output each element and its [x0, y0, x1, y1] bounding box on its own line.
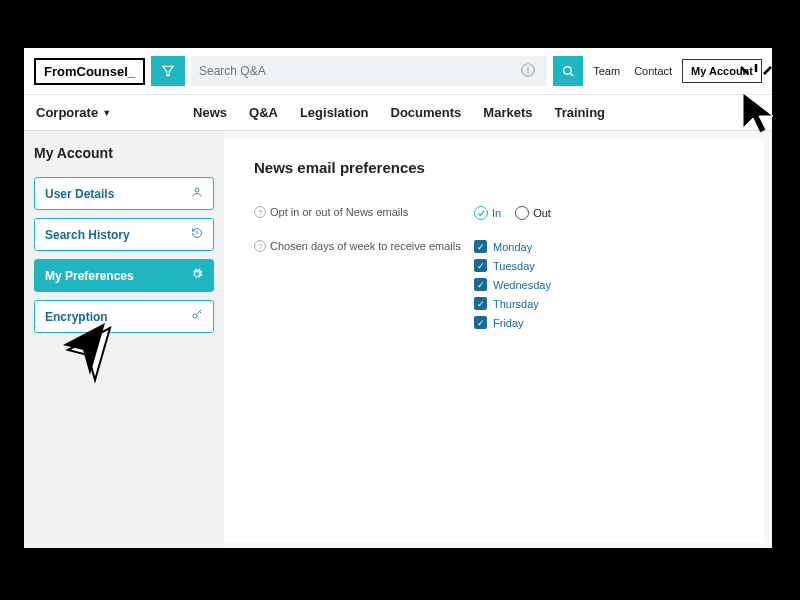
- sidebar-item-user-details[interactable]: User Details: [34, 177, 214, 210]
- svg-point-1: [563, 66, 571, 74]
- nav-bar: Corporate ▼ News Q&A Legislation Documen…: [24, 95, 772, 131]
- day-label: Tuesday: [493, 260, 535, 272]
- sidebar-item-search-history[interactable]: Search History: [34, 218, 214, 251]
- days-label: Chosen days of week to receive emails: [270, 240, 461, 252]
- svg-marker-0: [163, 66, 174, 75]
- svg-line-2: [570, 73, 573, 76]
- opt-in-radio[interactable]: In: [474, 206, 501, 220]
- search-input[interactable]: [199, 64, 517, 78]
- page-title: News email preferences: [254, 159, 734, 176]
- help-icon[interactable]: ?: [254, 240, 266, 252]
- nav-corporate-label: Corporate: [36, 105, 98, 120]
- opt-out-label: Out: [533, 207, 551, 219]
- opt-label: Opt in or out of News emails: [270, 206, 408, 218]
- nav-documents[interactable]: Documents: [391, 105, 462, 120]
- checkbox-checked-icon: ✓: [474, 259, 487, 272]
- day-checkbox-wednesday[interactable]: ✓ Wednesday: [474, 278, 734, 291]
- key-icon: [191, 309, 203, 324]
- person-icon: [191, 186, 203, 201]
- day-label: Friday: [493, 317, 524, 329]
- day-checkbox-thursday[interactable]: ✓ Thursday: [474, 297, 734, 310]
- checkbox-checked-icon: ✓: [474, 240, 487, 253]
- sidebar-title: My Account: [34, 145, 214, 161]
- info-icon[interactable]: ⓘ: [517, 62, 539, 80]
- logo-part2: Counsel_: [77, 64, 136, 79]
- radio-unchecked-icon: [515, 206, 529, 220]
- chevron-down-icon: ▼: [102, 108, 111, 118]
- nav-news[interactable]: News: [193, 105, 227, 120]
- days-row: ? Chosen days of week to receive emails …: [254, 230, 734, 339]
- history-icon: [191, 227, 203, 242]
- opt-out-radio[interactable]: Out: [515, 206, 551, 220]
- filter-icon: [161, 64, 175, 78]
- sidebar-item-label: Encryption: [45, 310, 108, 324]
- sidebar-item-label: User Details: [45, 187, 114, 201]
- search-button[interactable]: [553, 56, 583, 86]
- search-icon: [562, 65, 575, 78]
- sidebar-item-encryption[interactable]: Encryption: [34, 300, 214, 333]
- nav-training[interactable]: Training: [554, 105, 605, 120]
- main-panel: News email preferences ? Opt in or out o…: [224, 139, 764, 543]
- search-container: ⓘ: [191, 56, 547, 86]
- sidebar-item-label: My Preferences: [45, 269, 134, 283]
- checkbox-checked-icon: ✓: [474, 297, 487, 310]
- checkbox-checked-icon: ✓: [474, 278, 487, 291]
- nav-legislation[interactable]: Legislation: [300, 105, 369, 120]
- day-label: Wednesday: [493, 279, 551, 291]
- filter-button[interactable]: [151, 56, 185, 86]
- opt-in-label: In: [492, 207, 501, 219]
- nav-markets[interactable]: Markets: [483, 105, 532, 120]
- day-checkbox-friday[interactable]: ✓ Friday: [474, 316, 734, 329]
- logo-part1: From: [44, 64, 77, 79]
- day-label: Thursday: [493, 298, 539, 310]
- nav-qa[interactable]: Q&A: [249, 105, 278, 120]
- logo[interactable]: FromCounsel_: [34, 58, 145, 85]
- top-bar: FromCounsel_ ⓘ Team Contact My Account: [24, 48, 772, 95]
- sidebar-item-my-preferences[interactable]: My Preferences: [34, 259, 214, 292]
- day-label: Monday: [493, 241, 532, 253]
- svg-point-4: [193, 314, 197, 318]
- team-link[interactable]: Team: [589, 65, 624, 77]
- opt-in-row: ? Opt in or out of News emails In Out: [254, 196, 734, 230]
- day-checkbox-tuesday[interactable]: ✓ Tuesday: [474, 259, 734, 272]
- gear-icon: [191, 268, 203, 283]
- radio-checked-icon: [474, 206, 488, 220]
- sidebar-item-label: Search History: [45, 228, 130, 242]
- day-checkbox-monday[interactable]: ✓ Monday: [474, 240, 734, 253]
- contact-link[interactable]: Contact: [630, 65, 676, 77]
- checkbox-checked-icon: ✓: [474, 316, 487, 329]
- my-account-button[interactable]: My Account: [682, 59, 762, 83]
- help-icon[interactable]: ?: [254, 206, 266, 218]
- svg-point-3: [195, 188, 199, 192]
- sidebar: My Account User Details Search History M…: [24, 131, 224, 548]
- nav-corporate-dropdown[interactable]: Corporate ▼: [36, 105, 111, 120]
